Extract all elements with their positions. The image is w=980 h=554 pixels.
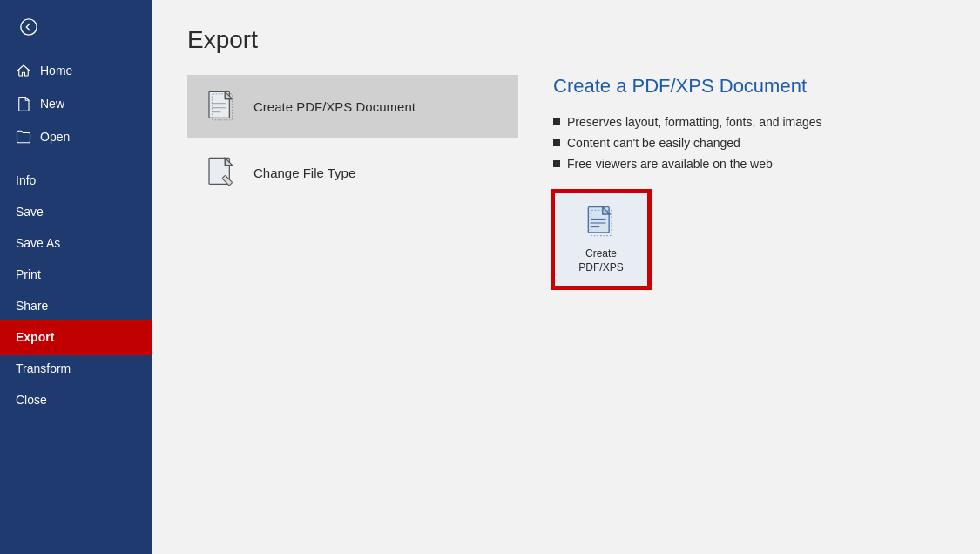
sidebar-item-open[interactable]: Open	[0, 120, 152, 153]
page-title: Export	[187, 26, 945, 54]
detail-panel: Create a PDF/XPS Document Preserves layo…	[518, 75, 945, 537]
change-file-type-icon	[205, 155, 240, 190]
sidebar-item-close[interactable]: Close	[0, 384, 152, 416]
sidebar-item-save-as[interactable]: Save As	[0, 227, 152, 259]
option-create-pdf-xps-label: Create PDF/XPS Document	[253, 99, 416, 114]
option-change-file-type[interactable]: Change File Type	[187, 141, 518, 204]
sidebar-item-new-label: New	[40, 97, 64, 111]
option-change-file-type-label: Change File Type	[253, 166, 355, 180]
create-pdf-button-label: Create PDF/XPS	[578, 247, 623, 274]
sidebar-item-print[interactable]: Print	[0, 259, 152, 290]
bullet-3: Free viewers are available on the web	[553, 157, 910, 171]
sidebar-item-open-label: Open	[40, 130, 70, 144]
bullet-square-3	[553, 160, 560, 167]
main-content: Export Create PDF/XPS Document	[152, 0, 980, 554]
pdf-xps-icon	[205, 89, 240, 124]
back-button[interactable]	[10, 9, 47, 45]
bullet-square-2	[553, 139, 560, 146]
new-doc-icon	[16, 96, 31, 111]
option-create-pdf-xps[interactable]: Create PDF/XPS Document	[187, 75, 518, 138]
sidebar: Home New Open Info Save Save As Print Sh…	[0, 0, 152, 554]
sidebar-item-info[interactable]: Info	[0, 165, 152, 196]
detail-bullets: Preserves layout, formatting, fonts, and…	[553, 115, 910, 171]
home-icon	[16, 63, 31, 78]
sidebar-item-export[interactable]: Export	[0, 321, 152, 353]
sidebar-item-home-label: Home	[40, 64, 72, 78]
export-content: Create PDF/XPS Document Change File Type…	[187, 75, 945, 537]
bullet-square-1	[553, 118, 560, 125]
sidebar-item-share[interactable]: Share	[0, 290, 152, 321]
bullet-2: Content can't be easily changed	[553, 136, 910, 150]
detail-title: Create a PDF/XPS Document	[553, 75, 910, 98]
sidebar-divider	[16, 159, 137, 159]
svg-point-0	[21, 19, 37, 35]
options-panel: Create PDF/XPS Document Change File Type	[187, 75, 518, 537]
bullet-1: Preserves layout, formatting, fonts, and…	[553, 115, 910, 129]
sidebar-item-new[interactable]: New	[0, 87, 152, 120]
folder-icon	[16, 129, 31, 145]
create-pdf-xps-button[interactable]: Create PDF/XPS	[553, 192, 649, 287]
create-pdf-icon	[582, 204, 620, 242]
sidebar-item-save[interactable]: Save	[0, 196, 152, 227]
back-icon	[19, 17, 38, 37]
sidebar-item-home[interactable]: Home	[0, 54, 152, 87]
sidebar-item-transform[interactable]: Transform	[0, 353, 152, 384]
